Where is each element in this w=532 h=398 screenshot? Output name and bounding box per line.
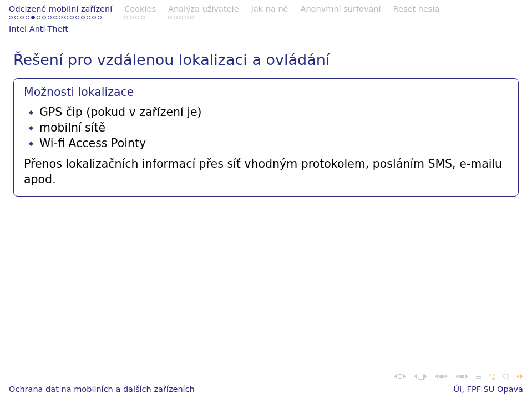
prev-subsection-icon[interactable]: [435, 374, 438, 379]
nav-progress-dot[interactable]: [31, 16, 35, 19]
footer-title: Ochrana dat na mobilních a dalších zaříz…: [9, 385, 195, 394]
nav-section[interactable]: Jak na ně: [251, 4, 301, 21]
nav-progress-dot[interactable]: [48, 16, 52, 19]
nav-section[interactable]: Odcizené mobilní zařízení: [9, 4, 124, 21]
nav-progress-dot[interactable]: [174, 16, 178, 19]
stop-icon[interactable]: [398, 374, 402, 379]
nav-progress-dots: [168, 16, 194, 21]
nav-progress-dots: [9, 16, 102, 21]
nav-frame-controls[interactable]: [414, 374, 427, 379]
nav-subsection-controls[interactable]: [435, 374, 448, 379]
nav-section-label: Reset hesla: [393, 4, 440, 13]
next-appendix-icon[interactable]: [520, 374, 523, 379]
nav-progress-dot[interactable]: [168, 16, 172, 19]
nav-section-label: Odcizené mobilní zařízení: [9, 4, 112, 13]
nav-sections: Odcizené mobilní zařízeníCookiesAnalýza …: [0, 0, 532, 21]
nav-progress-dot[interactable]: [185, 16, 189, 19]
block-bullet-list: GPS čip (pokud v zařízení je)mobilní sít…: [24, 104, 508, 151]
nav-progress-dot[interactable]: [53, 16, 57, 19]
nav-progress-dot[interactable]: [20, 16, 24, 19]
next-frame-icon[interactable]: [424, 374, 427, 379]
nav-progress-dot[interactable]: [70, 16, 74, 19]
footer-institute: ÚI, FPF SU Opava: [453, 385, 523, 394]
prev-slide-icon[interactable]: [394, 374, 397, 379]
undo-icon[interactable]: [489, 374, 495, 379]
nav-section-label: Anonymní surfování: [301, 4, 381, 13]
nav-section-label: Jak na ně: [251, 4, 288, 13]
nav-progress-dot[interactable]: [75, 16, 79, 19]
nav-progress-dot[interactable]: [92, 16, 96, 19]
nav-progress-dot[interactable]: [9, 16, 13, 19]
slide-footer: Ochrana dat na mobilních a dalších zaříz…: [0, 381, 532, 398]
beamer-nav-icons: [394, 374, 523, 379]
nav-progress-dot[interactable]: [124, 16, 128, 19]
prev-section-icon[interactable]: [455, 374, 458, 379]
content-block: Možnosti lokalizace GPS čip (pokud v zař…: [13, 78, 519, 197]
nav-progress-dot[interactable]: [42, 16, 46, 19]
bullet-item: GPS čip (pokud v zařízení je): [29, 104, 508, 120]
section-lines-icon[interactable]: [459, 375, 464, 378]
block-paragraph: Přenos lokalizačních informací přes síť …: [24, 157, 508, 187]
nav-section-label: Analýza uživatele: [168, 4, 239, 13]
frame-title: Řešení pro vzdálenou lokalizaci a ovládá…: [0, 33, 532, 78]
nav-progress-dot[interactable]: [64, 16, 68, 19]
frames-icon[interactable]: [418, 374, 423, 379]
nav-subsection: Intel Anti-Theft: [0, 21, 532, 33]
nav-section[interactable]: Analýza uživatele: [168, 4, 251, 21]
nav-progress-dot[interactable]: [26, 16, 29, 19]
prev-appendix-icon[interactable]: [516, 374, 519, 379]
next-slide-icon[interactable]: [403, 374, 406, 379]
nav-appendix-controls[interactable]: [516, 374, 523, 379]
nav-section-controls[interactable]: [455, 374, 468, 379]
nav-section[interactable]: Anonymní surfování: [301, 4, 393, 21]
nav-progress-dot[interactable]: [14, 16, 18, 19]
next-section-icon[interactable]: [465, 374, 468, 379]
nav-progress-dot[interactable]: [81, 16, 85, 19]
nav-progress-dot[interactable]: [130, 16, 134, 19]
prev-frame-icon[interactable]: [414, 374, 417, 379]
bullet-item: mobilní sítě: [29, 120, 508, 135]
next-subsection-icon[interactable]: [445, 374, 448, 379]
nav-section[interactable]: Cookies: [124, 4, 168, 21]
nav-progress-dot[interactable]: [87, 16, 90, 19]
nav-progress-dot[interactable]: [135, 16, 139, 19]
nav-progress-dot[interactable]: [141, 16, 145, 19]
nav-progress-dot[interactable]: [98, 16, 102, 19]
nav-slide-controls[interactable]: [394, 374, 406, 379]
outline-icon[interactable]: [476, 375, 481, 379]
nav-progress-dot[interactable]: [37, 16, 40, 19]
nav-progress-dot[interactable]: [59, 16, 63, 19]
nav-progress-dot[interactable]: [190, 16, 194, 19]
bullet-item: Wi-fi Access Pointy: [29, 135, 508, 151]
nav-section[interactable]: Reset hesla: [393, 4, 452, 21]
nav-progress-dots: [124, 16, 145, 21]
subsection-lines-icon[interactable]: [439, 375, 444, 378]
nav-progress-dot[interactable]: [179, 16, 183, 19]
search-icon[interactable]: [503, 374, 509, 379]
block-title: Možnosti lokalizace: [24, 85, 508, 99]
nav-section-label: Cookies: [124, 4, 156, 13]
